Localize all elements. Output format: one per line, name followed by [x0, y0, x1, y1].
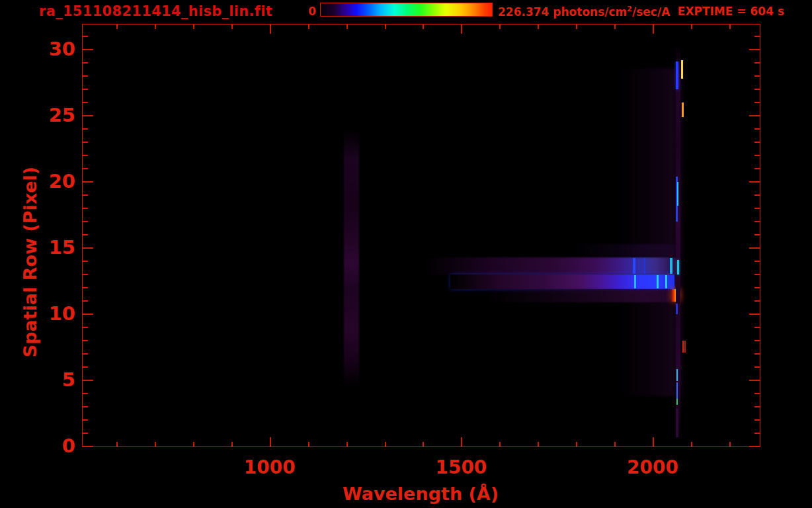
tick-mark — [499, 24, 501, 29]
tick-mark — [83, 208, 88, 209]
tick-mark — [754, 194, 760, 196]
tick-mark — [83, 142, 88, 143]
tick-mark — [83, 75, 88, 77]
tick-mark — [754, 155, 760, 156]
tick-mark — [729, 24, 731, 29]
tick-mark — [83, 300, 88, 302]
tick-mark — [83, 155, 88, 156]
streak-upper-line-2048 — [670, 258, 672, 274]
tick-mark — [83, 380, 93, 381]
tick-mark — [538, 24, 539, 29]
tick-mark — [749, 314, 760, 315]
y-axis-title: Spatial Row (Pixel) — [20, 149, 41, 374]
tick-mark — [691, 24, 692, 29]
tick-mark — [116, 24, 118, 29]
plot-title: ra_151108211414_hisb_lin.fit — [39, 3, 272, 19]
exptime-label: EXPTIME = 604 s — [678, 5, 784, 18]
tick-mark — [423, 442, 424, 446]
colorbar-max-value: 226.374 photons/cm — [498, 5, 627, 19]
tick-mark — [749, 247, 760, 249]
streak-upper-line-1950 — [633, 258, 635, 274]
tick-mark — [385, 24, 386, 29]
colorbar-min-label: 0 — [291, 5, 316, 18]
streak-upper — [423, 257, 675, 275]
tick-mark — [653, 437, 654, 446]
airglow-band-1216 — [344, 129, 359, 387]
tick-mark — [83, 194, 88, 196]
y-tick-label: 0 — [0, 436, 75, 456]
tick-mark — [576, 442, 577, 446]
tick-mark — [754, 234, 760, 235]
tick-mark — [83, 314, 93, 315]
tick-mark — [231, 24, 233, 29]
tick-mark — [83, 340, 88, 341]
tick-mark — [754, 353, 760, 355]
tick-mark — [754, 366, 760, 368]
tick-mark — [385, 442, 386, 446]
tick-mark — [614, 442, 616, 446]
tick-mark — [749, 115, 760, 116]
tick-mark — [754, 433, 760, 434]
tick-mark — [749, 446, 760, 447]
line-seg-orange-25 — [682, 103, 684, 117]
tick-mark — [749, 181, 760, 183]
tick-mark — [83, 89, 88, 90]
tick-mark — [83, 419, 88, 421]
tick-mark — [308, 24, 309, 29]
x-tick-label: 1000 — [223, 456, 316, 478]
colorbar-max-superscript: 2 — [627, 5, 632, 13]
tick-mark — [754, 75, 760, 77]
tick-mark — [270, 437, 271, 446]
tick-mark — [83, 128, 88, 130]
tick-mark — [83, 36, 88, 37]
tick-mark — [83, 168, 88, 169]
tick-mark — [754, 406, 760, 407]
line-seg-purple-bottom — [676, 408, 679, 437]
tick-mark — [346, 442, 348, 446]
tick-mark — [538, 442, 539, 446]
tick-mark — [754, 142, 760, 143]
tick-mark — [346, 24, 348, 29]
tick-mark — [83, 49, 93, 50]
tick-mark — [83, 433, 88, 434]
tick-mark — [754, 102, 760, 103]
tick-mark — [83, 366, 88, 368]
line-seg-red-8b — [684, 341, 686, 353]
x-tick-label: 1500 — [415, 456, 507, 478]
y-tick-label: 30 — [0, 39, 75, 59]
tick-mark — [83, 115, 93, 116]
tick-mark — [461, 24, 462, 34]
line-seg-cyan-19 — [677, 182, 678, 206]
line-seg-yellow-top — [681, 60, 682, 79]
streak-main-line-1952 — [634, 275, 636, 288]
tick-mark — [83, 287, 88, 288]
line-seg-blue-4 — [676, 382, 678, 399]
x-axis-title: Wavelength (Å) — [82, 484, 759, 504]
streak-main-line-2034 — [665, 275, 667, 288]
tick-mark — [576, 24, 577, 29]
tick-mark — [83, 353, 88, 355]
tick-mark — [729, 442, 731, 446]
tick-mark — [83, 327, 88, 328]
tick-mark — [754, 62, 760, 64]
tick-mark — [83, 181, 93, 183]
line-seg-green-3 — [676, 399, 678, 405]
tick-mark — [754, 221, 760, 222]
tick-mark — [83, 446, 93, 447]
tick-mark — [754, 287, 760, 288]
tick-mark — [691, 442, 692, 446]
tick-mark — [749, 49, 760, 50]
tick-mark — [614, 24, 616, 29]
tick-mark — [83, 247, 93, 249]
colorbar — [320, 3, 493, 17]
tick-mark — [754, 261, 760, 262]
tick-mark — [423, 24, 424, 29]
tick-mark — [754, 393, 760, 394]
tick-mark — [653, 24, 654, 34]
tick-mark — [754, 89, 760, 90]
line-seg-cyan-5 — [676, 369, 678, 381]
tick-mark — [754, 419, 760, 421]
streak-main — [450, 275, 674, 289]
y-tick-label: 25 — [0, 105, 75, 125]
line-seg-red-8a — [682, 341, 684, 353]
